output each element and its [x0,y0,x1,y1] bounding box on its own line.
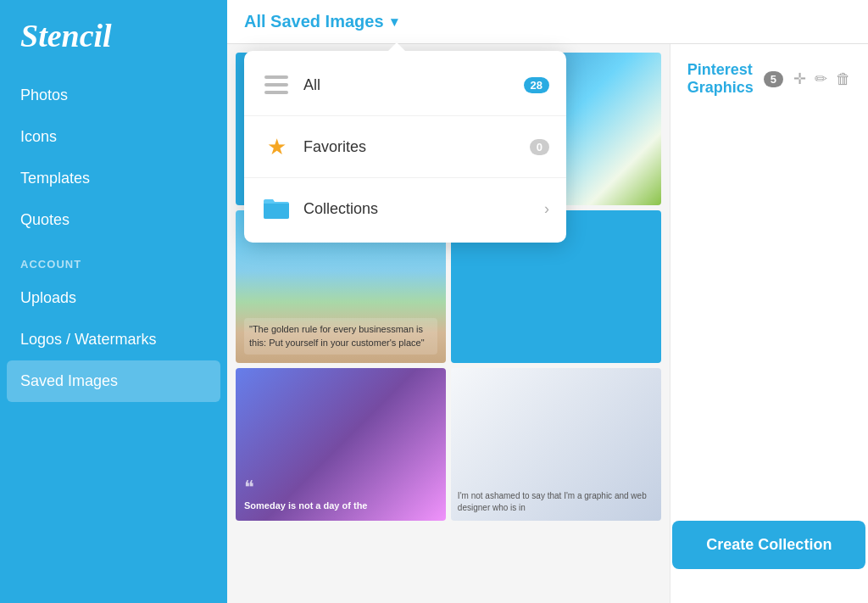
sidebar-item-uploads[interactable]: Uploads [0,277,227,319]
saved-images-dropdown: All 28 ★ Favorites 0 Collections › [244,51,566,243]
sidebar-item-templates[interactable]: Templates [0,158,227,199]
sidebar-item-icons[interactable]: Icons [0,116,227,158]
dropdown-divider-2 [244,177,566,178]
list-icon [261,70,292,100]
pinterest-actions: ✛ ✏ 🗑 [793,70,851,88]
dropdown-item-favorites[interactable]: ★ Favorites 0 [244,120,566,174]
quote-text: "The golden rule for every businessman i… [244,318,437,355]
sidebar: Stencil Photos Icons Templates Quotes AC… [0,0,227,603]
sidebar-item-quotes[interactable]: Quotes [0,199,227,241]
someday-content: ❝ Someday is not a day of the [244,478,367,512]
all-badge: 28 [524,77,549,93]
create-collection-button[interactable]: Create Collection [672,521,865,569]
header-bar: All Saved Images ▾ [227,0,868,44]
right-panel: Pinterest Graphics 5 ✛ ✏ 🗑 Create Collec… [670,44,868,603]
chevron-down-icon: ▾ [391,14,398,30]
pinterest-graphics-title: Pinterest Graphics [687,61,754,97]
sidebar-nav: Photos Icons Templates Quotes ACCOUNT Up… [0,75,227,603]
image-someday[interactable]: ❝ Someday is not a day of the [236,368,446,521]
app-logo: Stencil [0,0,227,75]
dropdown-divider-1 [244,115,566,116]
collections-label: Collections [303,200,532,218]
svg-rect-1 [264,83,288,87]
all-saved-images-dropdown-button[interactable]: All Saved Images ▾ [244,12,398,31]
svg-rect-0 [264,75,288,79]
sidebar-item-photos[interactable]: Photos [0,75,227,116]
dropdown-item-collections[interactable]: Collections › [244,181,566,236]
favorites-label: Favorites [303,138,511,156]
favorites-badge: 0 [530,139,549,155]
quote-mark-icon: ❝ [244,478,367,497]
all-label: All [303,76,505,94]
designer-text: I'm not ashamed to say that I'm a graphi… [458,490,654,514]
image-designer[interactable]: I'm not ashamed to say that I'm a graphi… [451,368,661,521]
pinterest-count-badge: 5 [764,71,783,87]
account-section-label: ACCOUNT [0,241,227,277]
collections-arrow-icon: › [544,200,549,218]
someday-text: Someday is not a day of the [244,500,367,511]
folder-icon [261,193,292,224]
sidebar-item-logos-watermarks[interactable]: Logos / Watermarks [0,319,227,360]
edit-icon[interactable]: ✏ [815,70,827,88]
svg-rect-2 [264,91,288,94]
delete-icon[interactable]: 🗑 [836,70,851,88]
pinterest-header: Pinterest Graphics 5 ✛ ✏ 🗑 [687,61,851,97]
dropdown-item-all[interactable]: All 28 [244,58,566,112]
star-icon: ★ [261,131,292,162]
main-content: All Saved Images ▾ All 28 ★ Favorites [227,0,868,603]
header-title: All Saved Images [244,12,384,31]
sidebar-item-saved-images[interactable]: Saved Images [7,360,220,402]
move-icon[interactable]: ✛ [793,70,806,88]
